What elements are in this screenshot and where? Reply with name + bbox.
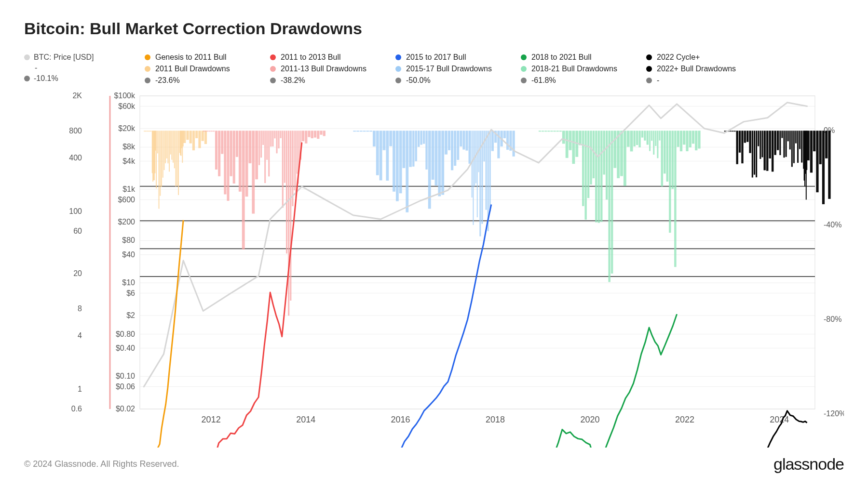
svg-rect-76 bbox=[157, 131, 158, 153]
svg-rect-143 bbox=[290, 131, 291, 301]
svg-rect-279 bbox=[732, 131, 733, 132]
svg-rect-137 bbox=[278, 131, 280, 148]
svg-text:$200: $200 bbox=[118, 218, 135, 226]
svg-text:400: 400 bbox=[69, 154, 82, 162]
svg-text:20: 20 bbox=[73, 269, 82, 277]
svg-rect-225 bbox=[562, 131, 565, 144]
svg-rect-266 bbox=[674, 131, 677, 267]
svg-rect-107 bbox=[203, 131, 204, 132]
svg-rect-85 bbox=[169, 131, 170, 171]
svg-rect-254 bbox=[647, 131, 649, 145]
svg-rect-188 bbox=[445, 131, 448, 154]
svg-text:$4k: $4k bbox=[122, 157, 136, 165]
page: Bitcoin: Bull Market Correction Drawdown… bbox=[0, 0, 868, 488]
svg-rect-88 bbox=[173, 131, 174, 162]
svg-rect-127 bbox=[258, 131, 260, 165]
svg-rect-295 bbox=[769, 131, 771, 158]
svg-rect-169 bbox=[386, 131, 389, 181]
svg-rect-245 bbox=[620, 131, 623, 176]
svg-rect-219 bbox=[544, 131, 547, 132]
svg-rect-296 bbox=[772, 131, 773, 171]
svg-rect-289 bbox=[756, 131, 757, 177]
svg-rect-162 bbox=[363, 131, 366, 132]
svg-rect-91 bbox=[176, 131, 177, 185]
svg-rect-236 bbox=[595, 131, 597, 222]
svg-rect-206 bbox=[486, 131, 487, 210]
svg-rect-297 bbox=[774, 131, 776, 155]
svg-text:$0.02: $0.02 bbox=[116, 405, 135, 413]
svg-rect-152 bbox=[305, 131, 307, 144]
svg-rect-92 bbox=[178, 131, 179, 195]
svg-text:1: 1 bbox=[78, 385, 82, 393]
svg-rect-134 bbox=[272, 131, 273, 146]
svg-text:$60k: $60k bbox=[118, 102, 136, 110]
svg-rect-252 bbox=[641, 131, 643, 137]
svg-rect-274 bbox=[698, 131, 700, 148]
svg-rect-108 bbox=[205, 131, 206, 132]
svg-rect-319 bbox=[813, 131, 815, 151]
svg-rect-132 bbox=[268, 131, 270, 176]
svg-rect-304 bbox=[789, 131, 791, 149]
svg-rect-324 bbox=[828, 131, 830, 199]
svg-text:$600: $600 bbox=[118, 196, 135, 204]
svg-rect-165 bbox=[373, 131, 376, 146]
svg-rect-308 bbox=[797, 131, 799, 163]
svg-rect-235 bbox=[593, 131, 595, 178]
svg-rect-268 bbox=[680, 131, 682, 151]
svg-text:2016: 2016 bbox=[391, 415, 410, 424]
svg-rect-271 bbox=[689, 131, 692, 147]
svg-rect-123 bbox=[245, 131, 248, 197]
chart-title: Bitcoin: Bull Market Correction Drawdown… bbox=[24, 19, 844, 38]
svg-rect-133 bbox=[270, 131, 271, 146]
svg-rect-193 bbox=[460, 131, 462, 146]
svg-rect-145 bbox=[294, 131, 295, 190]
svg-text:4: 4 bbox=[78, 331, 82, 340]
svg-rect-238 bbox=[600, 131, 602, 222]
svg-rect-264 bbox=[669, 131, 671, 233]
svg-rect-128 bbox=[260, 131, 262, 158]
svg-rect-63 bbox=[144, 131, 145, 132]
svg-text:$20k: $20k bbox=[118, 124, 136, 132]
svg-rect-160 bbox=[356, 131, 359, 132]
svg-rect-140 bbox=[284, 131, 285, 183]
svg-rect-283 bbox=[741, 131, 743, 163]
svg-rect-117 bbox=[227, 131, 229, 201]
svg-text:$0.80: $0.80 bbox=[116, 330, 135, 338]
svg-rect-239 bbox=[603, 131, 605, 174]
svg-rect-186 bbox=[438, 131, 441, 196]
svg-rect-240 bbox=[606, 131, 608, 199]
svg-text:$6: $6 bbox=[126, 289, 135, 297]
svg-rect-270 bbox=[686, 131, 688, 151]
svg-rect-303 bbox=[787, 131, 789, 141]
svg-text:2024: 2024 bbox=[770, 415, 789, 424]
svg-text:8: 8 bbox=[78, 304, 82, 313]
svg-rect-192 bbox=[457, 131, 459, 160]
svg-rect-294 bbox=[766, 131, 768, 171]
svg-rect-234 bbox=[590, 131, 592, 185]
svg-rect-66 bbox=[148, 131, 149, 132]
svg-text:$0.06: $0.06 bbox=[116, 382, 135, 391]
svg-rect-194 bbox=[462, 131, 465, 149]
svg-rect-265 bbox=[672, 131, 674, 189]
svg-rect-272 bbox=[692, 131, 694, 144]
svg-text:-120%: -120% bbox=[824, 409, 844, 418]
svg-rect-298 bbox=[777, 131, 779, 150]
chart-area: 0%-40%-80%-120%$0.02$0.06$0.10$0.40$0.80… bbox=[24, 53, 844, 448]
svg-rect-102 bbox=[192, 131, 195, 150]
svg-text:$10: $10 bbox=[122, 278, 135, 287]
svg-rect-103 bbox=[195, 131, 198, 138]
footer: © 2024 Glassnode. All Rights Reserved. g… bbox=[24, 455, 844, 474]
svg-rect-221 bbox=[550, 131, 553, 132]
svg-rect-323 bbox=[825, 131, 827, 158]
svg-rect-284 bbox=[744, 131, 746, 143]
svg-text:$40: $40 bbox=[122, 251, 135, 259]
svg-rect-185 bbox=[435, 131, 438, 185]
svg-rect-163 bbox=[366, 131, 369, 132]
svg-rect-175 bbox=[406, 131, 408, 212]
svg-rect-170 bbox=[389, 131, 392, 146]
svg-text:800: 800 bbox=[69, 127, 82, 135]
svg-rect-176 bbox=[409, 131, 412, 167]
copyright: © 2024 Glassnode. All Rights Reserved. bbox=[24, 459, 179, 469]
svg-rect-224 bbox=[559, 131, 562, 132]
svg-rect-251 bbox=[638, 131, 640, 147]
